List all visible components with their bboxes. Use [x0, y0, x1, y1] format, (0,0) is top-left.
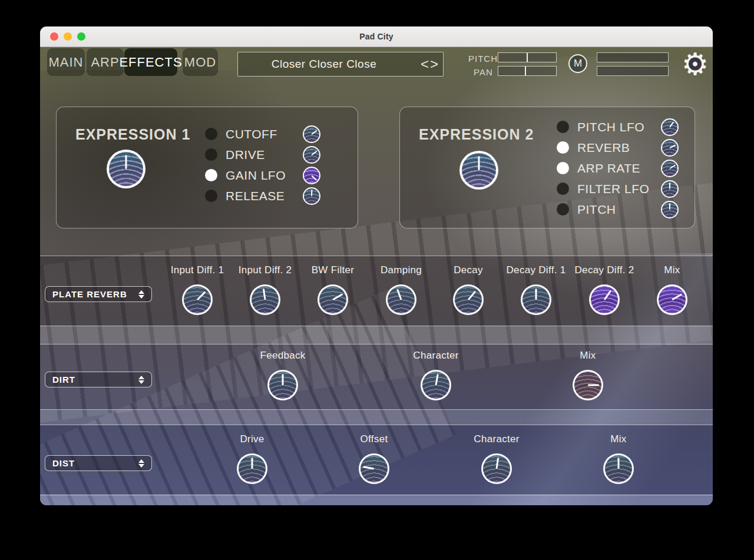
knob-pointer: [282, 374, 284, 385]
tab-main-label: MAIN: [49, 55, 84, 70]
expression1-row-cutoff: CUTOFF: [205, 124, 320, 144]
preset-arrows: < >: [421, 52, 438, 76]
release-radio[interactable]: [205, 190, 217, 202]
reverb-label: REVERB: [577, 141, 656, 155]
pitch-radio[interactable]: [557, 203, 569, 216]
reverb-radio[interactable]: [557, 141, 569, 154]
reverb-knob-input-diff-1: Input Diff. 1: [164, 264, 231, 315]
feedback-knob[interactable]: [267, 370, 298, 400]
pan-label: PAN: [474, 67, 493, 77]
preset-selector[interactable]: Closer Closer Close < >: [237, 52, 444, 77]
reverb-knob-decay-diff-1: Decay Diff. 1: [502, 264, 570, 315]
knob-label: Character: [413, 349, 458, 362]
dirt-type-select[interactable]: DIRT: [45, 372, 152, 387]
pitch-slider-handle[interactable]: [527, 53, 528, 62]
tab-main[interactable]: MAIN: [47, 48, 85, 76]
pitch-slider[interactable]: [498, 52, 557, 62]
expression1-main-knob[interactable]: [107, 150, 145, 188]
knob-pointer: [311, 189, 312, 195]
title-bar: Pad City: [40, 26, 713, 47]
dist-character-knob[interactable]: [481, 453, 512, 484]
bw-filter-knob[interactable]: [318, 284, 348, 315]
input-diff-1-knob[interactable]: [182, 284, 213, 315]
reverb-type-select[interactable]: PLATE REVERB: [45, 286, 152, 302]
dist-mix-knob[interactable]: [603, 453, 634, 484]
preset-prev-icon[interactable]: <: [421, 57, 429, 71]
knob-label: Mix: [664, 264, 680, 277]
dist-knob-mix: Mix: [585, 433, 652, 484]
filter-lfo-label: FILTER LFO: [577, 182, 656, 196]
release-amount-knob[interactable]: [303, 187, 320, 205]
arp-rate-label: ARP RATE: [577, 161, 656, 175]
drive-radio[interactable]: [205, 148, 217, 161]
reverb-amount-knob[interactable]: [661, 139, 679, 157]
reverb-mix-knob[interactable]: [657, 284, 687, 315]
section-divider-1: [40, 326, 713, 344]
knob-label: Character: [474, 433, 519, 446]
expression2-row-pitch-lfo: PITCH LFO: [557, 117, 679, 137]
expression1-targets: CUTOFF DRIVE GAIN LFO RELEASE: [205, 124, 320, 206]
decay-diff-1-knob[interactable]: [521, 284, 551, 315]
knob-pointer: [468, 290, 477, 300]
filter-lfo-amount-knob[interactable]: [661, 180, 679, 198]
knob-pointer: [396, 289, 402, 300]
knob-pointer: [669, 121, 674, 127]
dist-type-select[interactable]: DIST: [45, 455, 152, 471]
knob-pointer: [496, 458, 500, 469]
expression1-title: EXPRESSION 1: [75, 126, 190, 143]
knob-pointer: [125, 155, 127, 169]
knob-pointer: [670, 144, 676, 148]
offset-knob[interactable]: [359, 453, 389, 484]
damping-knob[interactable]: [386, 284, 416, 315]
knob-pointer: [604, 290, 611, 300]
tab-arp[interactable]: ARP: [87, 48, 124, 76]
drive-amount-knob[interactable]: [303, 146, 320, 164]
reverb-knob-mix: Mix: [639, 264, 706, 315]
decay-knob[interactable]: [453, 284, 484, 315]
pitch-lfo-radio[interactable]: [557, 121, 569, 133]
input-diff-2-knob[interactable]: [250, 284, 280, 315]
bottom-strip: [40, 495, 713, 505]
preset-next-icon[interactable]: >: [430, 57, 438, 71]
cutoff-amount-knob[interactable]: [303, 125, 320, 143]
pitch-lfo-amount-knob[interactable]: [661, 118, 679, 136]
decay-diff-2-knob[interactable]: [589, 284, 620, 315]
knob-pointer: [252, 458, 253, 469]
cutoff-radio[interactable]: [205, 128, 217, 140]
dirt-mix-knob[interactable]: [573, 370, 603, 400]
reverb-knob-decay-diff-2: Decay Diff. 2: [571, 264, 638, 315]
tab-effects[interactable]: EFFECTS: [124, 48, 177, 76]
dist-drive-knob[interactable]: [237, 453, 267, 484]
pan-slider-handle[interactable]: [525, 67, 526, 75]
plugin-window: Pad City MAIN ARP EFFECTS MOD Closer Clo…: [40, 26, 713, 505]
knob-pointer: [670, 164, 676, 168]
gain-lfo-amount-knob[interactable]: [303, 167, 320, 184]
knob-label: Decay Diff. 2: [575, 264, 634, 277]
mono-button[interactable]: M: [568, 54, 587, 73]
dist-knob-character: Character: [463, 433, 530, 484]
expression2-row-pitch: PITCH: [557, 199, 679, 220]
dirt-character-knob[interactable]: [421, 370, 451, 400]
expression2-panel: EXPRESSION 2 PITCH LFO REVERB ARP RATE: [399, 107, 695, 228]
knob-pointer: [588, 385, 599, 386]
knob-label: Mix: [580, 349, 596, 362]
knob-pointer: [669, 183, 670, 189]
arp-rate-amount-knob[interactable]: [661, 160, 679, 177]
settings-button[interactable]: ⚙: [680, 49, 710, 79]
expression1-row-gain-lfo: GAIN LFO: [205, 165, 320, 185]
reverb-knob-input-diff-2: Input Diff. 2: [232, 264, 299, 315]
pitch-amount-knob[interactable]: [661, 201, 679, 218]
pan-slider[interactable]: [498, 66, 557, 76]
pitch-label: PITCH: [468, 54, 498, 64]
arp-rate-radio[interactable]: [557, 162, 569, 174]
expression2-main-knob[interactable]: [459, 151, 498, 190]
gain-lfo-radio[interactable]: [205, 169, 217, 181]
knob-pointer: [311, 175, 316, 180]
knob-pointer: [618, 458, 620, 469]
release-label: RELEASE: [226, 189, 298, 203]
filter-lfo-radio[interactable]: [557, 183, 569, 195]
knob-pointer: [197, 291, 206, 301]
expression1-row-release: RELEASE: [205, 185, 320, 206]
tab-arp-label: ARP: [91, 55, 119, 70]
tab-mod[interactable]: MOD: [183, 48, 218, 76]
